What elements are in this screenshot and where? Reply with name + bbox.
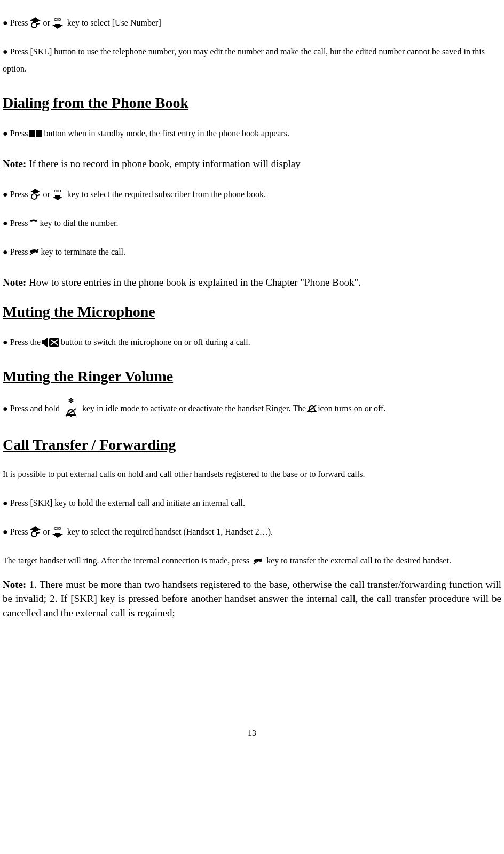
text: or <box>43 186 50 203</box>
bullet-mute-mic: ● Press the button to switch the microph… <box>3 334 501 351</box>
transfer-intro: It is possible to put external calls on … <box>3 466 501 483</box>
note-label: Note: <box>3 579 26 590</box>
note-store-entries: Note: How to store entries in the phone … <box>3 272 501 293</box>
svg-point-7 <box>32 194 37 199</box>
phonebook-icon <box>28 129 43 138</box>
star-bell-off-icon: * <box>60 398 82 419</box>
text: ● Press <box>3 244 28 261</box>
text: ● Press <box>3 186 28 203</box>
svg-point-15 <box>70 415 72 417</box>
note-label: Note: <box>3 277 26 288</box>
text: key to select [Use Number] <box>67 14 161 32</box>
svg-rect-6 <box>37 130 42 137</box>
text: or <box>43 523 50 540</box>
note-text: 1. There must be more than two handsets … <box>3 579 501 618</box>
text: icon turns on or off. <box>318 400 385 417</box>
bullet-use-number: ● Press or CID key to select [Use Number… <box>3 14 501 32</box>
bullet-phonebook-open: ● Press button when in standby mode, the… <box>3 125 501 142</box>
text: key to select the required subscriber fr… <box>67 186 266 203</box>
bullet-mute-ringer: ● Press and hold * key in idle mode to a… <box>3 398 501 419</box>
down-arrow-cid-icon: CID <box>51 189 67 200</box>
up-arrow-log-icon <box>28 526 42 538</box>
text: The target handset will ring. After the … <box>3 556 251 565</box>
svg-point-19 <box>32 531 37 537</box>
text: ● Press and hold <box>3 400 60 417</box>
note-transfer: Note: 1. There must be more than two han… <box>3 578 501 621</box>
heading-muting-ringer: Muting the Ringer Volume <box>3 366 501 387</box>
up-arrow-log-icon <box>28 189 42 200</box>
bullet-transfer-hold: ● Press [SKR] key to hold the external c… <box>3 495 501 512</box>
call-icon <box>28 219 39 228</box>
svg-text:CID: CID <box>54 526 61 531</box>
bell-off-icon <box>306 404 317 413</box>
end-call-icon <box>28 248 40 256</box>
bullet-transfer-select: ● Press or CID key to select the require… <box>3 523 501 540</box>
text: key to terminate the call. <box>41 244 125 261</box>
text: key to dial the number. <box>40 215 118 232</box>
heading-transfer: Call Transfer / Forwarding <box>3 434 501 455</box>
note-label: Note: <box>3 158 26 169</box>
svg-text:CID: CID <box>54 189 61 193</box>
bullet-terminate: ● Press key to terminate the call. <box>3 244 501 261</box>
up-arrow-log-icon <box>28 17 42 29</box>
text: ● Press <box>3 125 28 142</box>
text: button when in standby mode, the first e… <box>44 125 289 142</box>
heading-dialing: Dialing from the Phone Book <box>3 92 501 113</box>
bullet-dial: ● Press key to dial the number. <box>3 215 501 232</box>
down-arrow-cid-icon: CID <box>51 17 67 29</box>
text: ● Press <box>3 215 28 232</box>
end-call-icon <box>252 557 264 566</box>
svg-point-17 <box>311 411 313 412</box>
note-empty-phonebook: Note: If there is no record in phone boo… <box>3 154 501 174</box>
text: ● Press the <box>3 334 41 351</box>
text: key to select the required handset (Hand… <box>67 523 273 540</box>
mute-icon <box>41 336 60 348</box>
svg-point-0 <box>32 22 37 28</box>
bullet-select-subscriber: ● Press or CID key to select the require… <box>3 186 501 203</box>
svg-rect-4 <box>29 130 34 137</box>
transfer-target-ring: The target handset will ring. After the … <box>3 552 501 569</box>
page-number: 13 <box>3 727 501 739</box>
text: or <box>43 14 50 32</box>
svg-text:CID: CID <box>54 17 61 22</box>
text: key in idle mode to activate or deactiva… <box>82 400 306 417</box>
bullet-skl: ● Press [SKL] button to use the telephon… <box>3 43 501 77</box>
text: ● Press <box>3 523 28 540</box>
heading-muting-mic: Muting the Microphone <box>3 301 501 322</box>
text: button to switch the microphone on or of… <box>61 334 250 351</box>
svg-text:*: * <box>68 398 74 409</box>
text: key to transfer the external call to the… <box>264 556 451 565</box>
note-text: How to store entries in the phone book i… <box>26 277 361 288</box>
text: ● Press <box>3 14 28 32</box>
note-text: If there is no record in phone book, emp… <box>26 158 300 169</box>
down-arrow-cid-icon: CID <box>51 526 67 538</box>
